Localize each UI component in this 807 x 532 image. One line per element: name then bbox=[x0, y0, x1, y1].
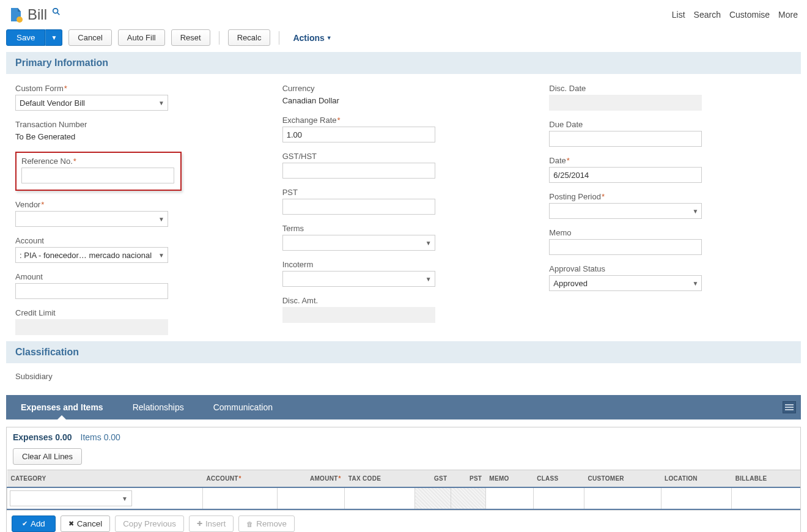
row-location-cell[interactable] bbox=[661, 487, 732, 509]
actions-menu[interactable]: Actions ▼ bbox=[293, 33, 331, 43]
terms-select[interactable]: ▼ bbox=[282, 235, 435, 251]
recalc-button[interactable]: Recalc bbox=[228, 29, 271, 46]
reset-button[interactable]: Reset bbox=[171, 29, 210, 46]
field-vendor: Vendor* ▼ bbox=[15, 200, 258, 227]
account-label: Account bbox=[15, 236, 258, 245]
row-cancel-button[interactable]: ✖Cancel bbox=[61, 515, 111, 532]
field-disc-amt: Disc. Amt. bbox=[282, 296, 525, 323]
gsthst-input[interactable] bbox=[282, 163, 435, 179]
col-memo: MEMO bbox=[485, 470, 533, 488]
cancel-button[interactable]: Cancel bbox=[68, 29, 111, 46]
clear-all-lines-button[interactable]: Clear All Lines bbox=[13, 448, 82, 465]
section-classification: Classification bbox=[6, 341, 801, 363]
row-amount-cell[interactable] bbox=[277, 487, 345, 509]
field-transaction-number: Transaction Number To Be Generated bbox=[15, 120, 258, 142]
save-button[interactable]: Save bbox=[6, 29, 45, 46]
subtab-items[interactable]: Items 0.00 bbox=[81, 432, 120, 442]
field-gsthst: GST/HST bbox=[282, 152, 525, 179]
autofill-button[interactable]: Auto Fill bbox=[118, 29, 165, 46]
tab-relationships[interactable]: Relationships bbox=[118, 395, 199, 419]
link-customise[interactable]: Customise bbox=[729, 10, 770, 20]
link-list[interactable]: List bbox=[672, 10, 685, 20]
exch-rate-label: Exchange Rate bbox=[282, 116, 337, 125]
tran-num-value: To Be Generated bbox=[15, 131, 258, 142]
row-pst-cell bbox=[451, 487, 485, 509]
field-posting-period: Posting Period* ▼ bbox=[549, 192, 792, 219]
col-gst: GST bbox=[415, 470, 451, 488]
row-taxcode-cell[interactable] bbox=[345, 487, 415, 509]
pst-input[interactable] bbox=[282, 199, 435, 215]
ref-no-label: Reference No. bbox=[21, 157, 73, 166]
field-custom-form: Custom Form* ▼ bbox=[15, 84, 258, 111]
custom-form-select[interactable]: ▼ bbox=[15, 95, 168, 111]
field-exchange-rate: Exchange Rate* bbox=[282, 116, 525, 142]
credit-limit-readonly bbox=[15, 319, 168, 335]
reference-no-input[interactable] bbox=[21, 168, 174, 183]
field-terms: Terms ▼ bbox=[282, 224, 525, 251]
link-search[interactable]: Search bbox=[694, 10, 721, 20]
row-add-button[interactable]: ✔Add bbox=[12, 515, 56, 532]
exchange-rate-input[interactable] bbox=[282, 127, 435, 142]
amount-input[interactable] bbox=[15, 283, 168, 299]
chevron-down-icon: ▼ bbox=[326, 35, 332, 41]
x-icon: ✖ bbox=[68, 520, 74, 528]
row-category-select[interactable]: ▼ bbox=[10, 490, 132, 506]
tab-communication[interactable]: Communication bbox=[199, 395, 287, 419]
approval-select[interactable]: ▼ bbox=[549, 275, 702, 291]
incoterm-select[interactable]: ▼ bbox=[282, 271, 435, 287]
field-amount: Amount bbox=[15, 272, 258, 299]
section-primary-info: Primary Information bbox=[6, 52, 801, 74]
actions-label: Actions bbox=[293, 33, 324, 43]
currency-value: Canadian Dollar bbox=[282, 95, 525, 106]
vendor-select[interactable]: ▼ bbox=[15, 211, 168, 227]
link-more[interactable]: More bbox=[778, 10, 798, 20]
terms-label: Terms bbox=[282, 224, 525, 233]
due-date-label: Due Date bbox=[549, 120, 792, 129]
field-currency: Currency Canadian Dollar bbox=[282, 84, 525, 106]
save-dropdown-button[interactable]: ▼ bbox=[45, 29, 62, 46]
tabs-layout-icon[interactable] bbox=[783, 401, 796, 413]
field-date: Date* bbox=[549, 156, 792, 183]
incoterm-label: Incoterm bbox=[282, 260, 525, 269]
svg-line-2 bbox=[57, 13, 60, 15]
currency-label: Currency bbox=[282, 84, 525, 93]
plus-icon: ✚ bbox=[197, 520, 202, 528]
col-amount: AMOUNT* bbox=[277, 470, 345, 488]
col-class: CLASS bbox=[533, 470, 584, 488]
field-approval-status: Approval Status ▼ bbox=[549, 264, 792, 291]
row-customer-cell[interactable] bbox=[584, 487, 661, 509]
subsidiary-label: Subsidiary bbox=[15, 372, 792, 381]
pst-label: PST bbox=[282, 188, 525, 197]
col-location: LOCATION bbox=[661, 470, 732, 488]
disc-amt-readonly bbox=[282, 307, 435, 323]
memo-input[interactable] bbox=[549, 239, 702, 255]
subtab-expenses[interactable]: Expenses 0.00 bbox=[13, 432, 72, 442]
search-icon[interactable] bbox=[52, 7, 61, 18]
row-billable-cell[interactable] bbox=[732, 487, 800, 509]
svg-point-1 bbox=[53, 9, 58, 13]
disc-date-readonly bbox=[549, 95, 702, 111]
field-account: Account ▼ bbox=[15, 236, 258, 263]
date-label: Date bbox=[549, 156, 566, 165]
gsthst-label: GST/HST bbox=[282, 152, 525, 161]
row-class-cell[interactable] bbox=[533, 487, 584, 509]
page-header: Bill List Search Customise More bbox=[0, 0, 807, 27]
row-memo-cell[interactable] bbox=[485, 487, 533, 509]
posting-period-select[interactable]: ▼ bbox=[549, 203, 702, 219]
date-input[interactable] bbox=[549, 167, 702, 183]
account-select[interactable]: ▼ bbox=[15, 247, 168, 263]
svg-point-0 bbox=[17, 17, 23, 23]
disc-date-label: Disc. Date bbox=[549, 84, 792, 93]
row-account-cell[interactable] bbox=[203, 487, 278, 509]
col-account: ACCOUNT* bbox=[203, 470, 278, 488]
due-date-input[interactable] bbox=[549, 131, 702, 147]
row-copy-previous-button: Copy Previous bbox=[115, 515, 184, 532]
col-category: CATEGORY bbox=[7, 470, 203, 488]
toolbar-separator bbox=[219, 31, 219, 45]
approval-label: Approval Status bbox=[549, 264, 792, 273]
grid-edit-row[interactable]: ▼ bbox=[7, 487, 801, 509]
top-links: List Search Customise More bbox=[672, 10, 798, 20]
check-icon: ✔ bbox=[22, 520, 28, 528]
tab-expenses-items[interactable]: Expenses and Items bbox=[6, 395, 118, 419]
toolbar: Save ▼ Cancel Auto Fill Reset Recalc Act… bbox=[0, 27, 807, 52]
